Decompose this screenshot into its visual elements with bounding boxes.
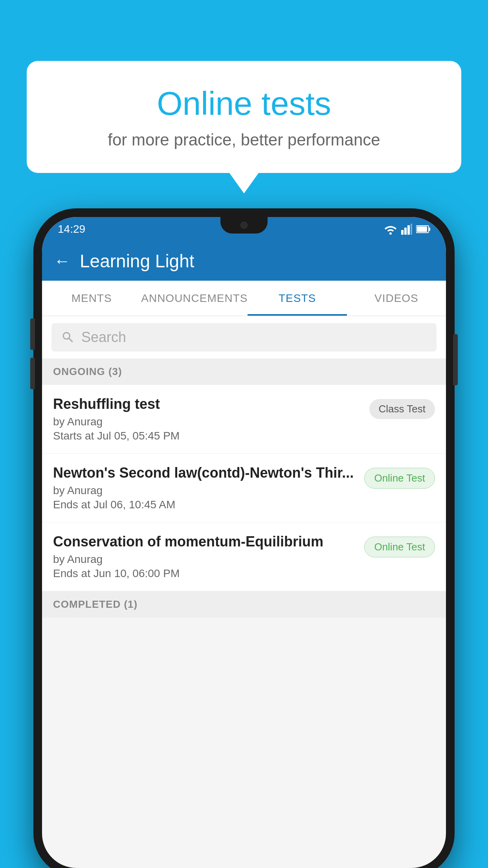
test-item-2[interactable]: Newton's Second law(contd)-Newton's Thir…	[42, 454, 446, 522]
status-time: 14:29	[58, 223, 85, 235]
battery-icon	[416, 225, 430, 234]
speech-bubble-subtitle: for more practice, better performance	[58, 131, 430, 149]
search-container: Search	[42, 316, 446, 359]
search-icon	[61, 330, 75, 344]
speech-bubble: Online tests for more practice, better p…	[27, 61, 461, 173]
test-badge-3: Online Test	[364, 537, 435, 557]
test-author-3: by Anurag	[53, 553, 356, 566]
test-item-1[interactable]: Reshuffling test by Anurag Starts at Jul…	[42, 385, 446, 454]
status-icons	[384, 224, 430, 235]
svg-rect-6	[417, 226, 427, 232]
svg-rect-5	[429, 228, 430, 231]
phone-screen: 14:29	[42, 217, 446, 868]
app-bar-title: Learning Light	[80, 250, 194, 272]
test-date-2: Ends at Jul 06, 10:45 AM	[53, 498, 356, 511]
test-author-1: by Anurag	[53, 416, 361, 428]
tab-ments[interactable]: MENTS	[42, 281, 141, 316]
test-badge-1: Class Test	[369, 399, 435, 419]
tab-tests[interactable]: TESTS	[248, 281, 347, 316]
signal-icon	[401, 224, 412, 235]
speech-bubble-title: Online tests	[58, 85, 430, 123]
test-badge-2: Online Test	[364, 468, 435, 489]
search-placeholder: Search	[81, 329, 126, 346]
test-date-3: Ends at Jun 10, 06:00 PM	[53, 567, 356, 580]
test-title-2: Newton's Second law(contd)-Newton's Thir…	[53, 465, 356, 481]
wifi-icon	[384, 224, 397, 235]
test-list: Reshuffling test by Anurag Starts at Jul…	[42, 385, 446, 591]
test-info-2: Newton's Second law(contd)-Newton's Thir…	[53, 465, 364, 511]
svg-rect-3	[411, 224, 412, 235]
search-bar[interactable]: Search	[51, 323, 437, 351]
test-item-3[interactable]: Conservation of momentum-Equilibrium by …	[42, 522, 446, 591]
app-bar: ← Learning Light	[42, 241, 446, 281]
volume-down-button	[30, 318, 35, 350]
tab-videos[interactable]: VIDEOS	[347, 281, 446, 316]
test-title-3: Conservation of momentum-Equilibrium	[53, 533, 356, 550]
volume-up-button	[30, 358, 35, 389]
test-title-1: Reshuffling test	[53, 396, 361, 412]
tab-announcements[interactable]: ANNOUNCEMENTS	[141, 281, 248, 316]
completed-section-header: COMPLETED (1)	[42, 591, 446, 618]
svg-rect-0	[401, 230, 404, 235]
phone-notch	[220, 217, 268, 234]
phone-frame: 14:29	[33, 208, 455, 868]
front-camera	[240, 222, 248, 229]
test-info-3: Conservation of momentum-Equilibrium by …	[53, 533, 364, 580]
ongoing-section-header: ONGOING (3)	[42, 359, 446, 385]
svg-rect-2	[407, 225, 410, 235]
test-author-2: by Anurag	[53, 484, 356, 497]
power-button	[453, 334, 458, 385]
tabs-bar: MENTS ANNOUNCEMENTS TESTS VIDEOS	[42, 281, 446, 316]
back-button[interactable]: ←	[54, 252, 70, 270]
test-info-1: Reshuffling test by Anurag Starts at Jul…	[53, 396, 369, 442]
test-date-1: Starts at Jul 05, 05:45 PM	[53, 430, 361, 442]
svg-rect-1	[404, 228, 407, 235]
